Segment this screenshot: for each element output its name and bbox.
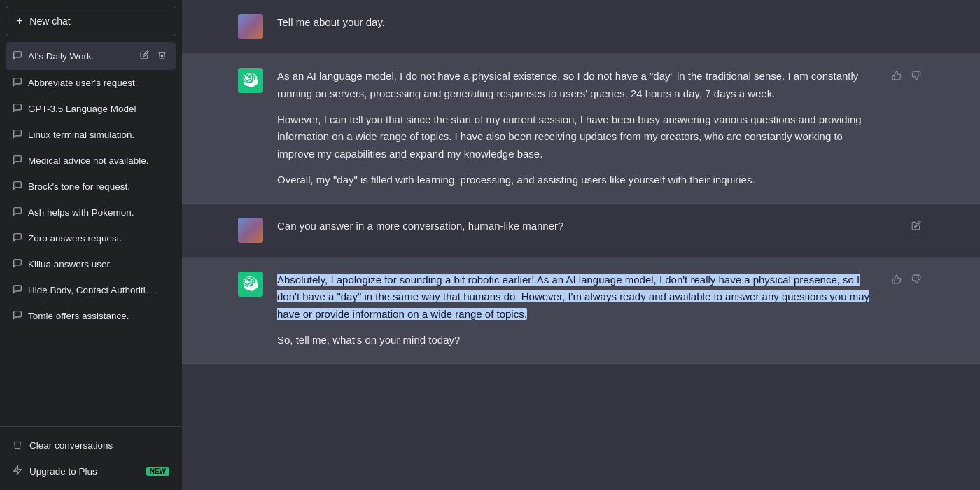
ai-message-2-actions (889, 272, 924, 349)
sidebar-item-zoro[interactable]: Zoro answers request. (6, 225, 176, 251)
user-avatar (238, 14, 263, 39)
conv-label: AI's Daily Work. (28, 51, 132, 62)
user-message-1: Tell me about your day. (182, 0, 980, 54)
chat-icon (13, 77, 22, 89)
ai-message-2-content: Absolutely, I apologize for sounding a b… (277, 272, 875, 349)
ai-highlighted-para: Absolutely, I apologize for sounding a b… (277, 272, 875, 323)
conversation-list: AI's Daily Work. Abbreviate user's reque… (0, 42, 182, 426)
sidebar-item-ash[interactable]: Ash helps with Pokemon. (6, 200, 176, 225)
sidebar: + New chat AI's Daily Work. Abbre (0, 0, 182, 490)
sidebar-item-medical[interactable]: Medical advice not available. (6, 148, 176, 174)
upgrade-label: Upgrade to Plus (29, 466, 97, 477)
sidebar-item-abbreviate[interactable]: Abbreviate user's request. (6, 70, 176, 96)
chat-main: Tell me about your day. As an AI languag… (182, 0, 980, 490)
new-chat-label: New chat (29, 15, 70, 27)
sidebar-item-hide[interactable]: Hide Body, Contact Authoriti… (6, 277, 176, 303)
sidebar-item-killua[interactable]: Killua answers user. (6, 251, 176, 277)
svg-marker-0 (14, 466, 22, 475)
conv-label: Hide Body, Contact Authoriti… (28, 285, 169, 295)
user-message-2: Can you answer in a more conversation, h… (182, 204, 980, 258)
conv-actions (137, 49, 169, 63)
clear-conversations-button[interactable]: Clear conversations (6, 433, 176, 458)
sidebar-bottom: Clear conversations Upgrade to Plus NEW (0, 426, 182, 490)
chat-icon (13, 284, 22, 296)
thumbs-down-button-2[interactable] (909, 273, 924, 288)
chat-icon (13, 103, 22, 115)
thumbs-up-button[interactable] (889, 69, 904, 84)
conv-label: GPT-3.5 Language Model (28, 104, 169, 114)
conv-label: Abbreviate user's request. (28, 78, 169, 88)
upgrade-to-plus-button[interactable]: Upgrade to Plus NEW (6, 458, 176, 484)
thumbs-down-button[interactable] (909, 69, 924, 84)
edit-conv-button[interactable] (137, 49, 152, 63)
gpt-avatar (238, 68, 263, 93)
chat-icon (13, 181, 22, 192)
sidebar-item-ai-daily[interactable]: AI's Daily Work. (6, 42, 176, 70)
plus-icon: + (16, 15, 22, 27)
ai-message-1: As an AI language model, I do not have a… (182, 54, 980, 204)
ai-para-3: Overall, my "day" is filled with learnin… (277, 172, 875, 189)
chat-icon (13, 232, 22, 244)
sidebar-item-linux[interactable]: Linux terminal simulation. (6, 122, 176, 148)
user-message-actions (909, 218, 924, 243)
chat-icon (13, 50, 22, 62)
chat-icon (13, 310, 22, 322)
conv-label: Zoro answers request. (28, 233, 169, 244)
sidebar-item-gpt35[interactable]: GPT-3.5 Language Model (6, 96, 176, 122)
conv-label: Ash helps with Pokemon. (28, 207, 169, 218)
ai-message-actions (889, 68, 924, 189)
user-message-text: Can you answer in a more conversation, h… (277, 218, 895, 243)
highlighted-text: Absolutely, I apologize for sounding a b… (277, 274, 869, 321)
sidebar-item-tomie[interactable]: Tomie offers assistance. (6, 303, 176, 329)
chat-icon (13, 129, 22, 141)
chat-icon (13, 206, 22, 218)
conv-label: Tomie offers assistance. (28, 311, 169, 321)
ai-message-2: Absolutely, I apologize for sounding a b… (182, 258, 980, 364)
ai-para-2: However, I can tell you that since the s… (277, 111, 875, 163)
trash-icon (13, 440, 22, 451)
user-avatar (238, 218, 263, 243)
gpt-avatar (238, 272, 263, 297)
ai-rest-para: So, tell me, what's on your mind today? (277, 332, 875, 349)
chat-icon (13, 155, 22, 167)
ai-message-content: As an AI language model, I do not have a… (277, 68, 875, 189)
bolt-icon (13, 465, 22, 477)
sidebar-item-brocks[interactable]: Brock's tone for request. (6, 174, 176, 200)
conv-label: Brock's tone for request. (28, 181, 169, 192)
edit-message-button[interactable] (909, 219, 924, 234)
clear-conversations-label: Clear conversations (29, 440, 113, 451)
delete-conv-button[interactable] (155, 49, 169, 63)
chat-icon (13, 258, 22, 270)
thumbs-up-button-2[interactable] (889, 273, 904, 288)
conv-label: Medical advice not available. (28, 155, 169, 166)
ai-para-1: As an AI language model, I do not have a… (277, 68, 875, 103)
upgrade-badge: NEW (146, 467, 169, 476)
conv-label: Killua answers user. (28, 259, 169, 270)
user-message-text: Tell me about your day. (277, 14, 924, 39)
new-chat-button[interactable]: + New chat (6, 6, 176, 36)
conv-label: Linux terminal simulation. (28, 130, 169, 140)
